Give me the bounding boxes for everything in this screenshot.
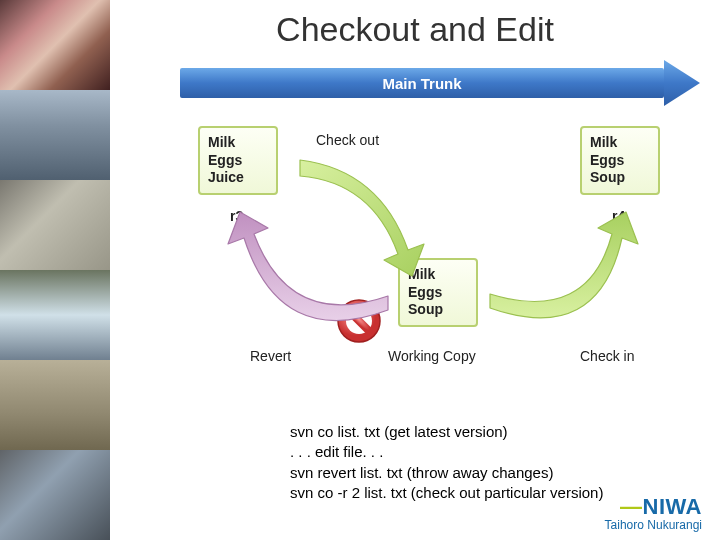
trunk-label: Main Trunk — [180, 68, 664, 98]
r3-item: Eggs — [208, 152, 268, 170]
command-line: svn co -r 2 list. txt (check out particu… — [290, 483, 603, 503]
command-line: . . . edit file. . . — [290, 442, 603, 462]
slide-content: Checkout and Edit Main Trunk Milk Eggs J… — [110, 0, 720, 540]
svn-diagram: Main Trunk Milk Eggs Juice r3 Milk Eggs … — [150, 60, 700, 420]
r3-item: Milk — [208, 134, 268, 152]
working-copy-label: Working Copy — [388, 348, 476, 364]
slide-title: Checkout and Edit — [110, 10, 720, 49]
wc-item: Eggs — [408, 284, 468, 302]
logo-name: —NIWA — [605, 494, 702, 520]
logo-subtitle: Taihoro Nukurangi — [605, 518, 702, 532]
svg-marker-0 — [664, 60, 700, 106]
revert-label: Revert — [250, 348, 291, 364]
niwa-logo: —NIWA Taihoro Nukurangi — [605, 494, 702, 532]
no-entry-icon — [336, 298, 382, 344]
checkout-label: Check out — [316, 132, 379, 148]
command-list: svn co list. txt (get latest version) . … — [290, 422, 603, 503]
sidebar-images — [0, 0, 110, 540]
sidebar-photo-seal — [0, 450, 110, 540]
checkin-label: Check in — [580, 348, 634, 364]
sidebar-photo-anemone — [0, 0, 110, 90]
r3-label: r3 — [230, 208, 243, 224]
arrows-svg — [150, 60, 710, 420]
sidebar-photo-lake — [0, 90, 110, 180]
r4-item: Soup — [590, 169, 650, 187]
r3-item: Juice — [208, 169, 268, 187]
sidebar-photo-cliff — [0, 360, 110, 450]
wc-item: Milk — [408, 266, 468, 284]
command-line: svn revert list. txt (throw away changes… — [290, 463, 603, 483]
sidebar-photo-river — [0, 270, 110, 360]
command-line: svn co list. txt (get latest version) — [290, 422, 603, 442]
r4-label: r4 — [612, 208, 625, 224]
r4-item: Eggs — [590, 152, 650, 170]
working-copy-box: Milk Eggs Soup — [398, 258, 478, 327]
main-trunk-arrow: Main Trunk — [180, 60, 700, 106]
revision-box-r3: Milk Eggs Juice — [198, 126, 278, 195]
trunk-arrowhead-icon — [664, 60, 700, 106]
sidebar-photo-fish — [0, 180, 110, 270]
revision-box-r4: Milk Eggs Soup — [580, 126, 660, 195]
r4-item: Milk — [590, 134, 650, 152]
wc-item: Soup — [408, 301, 468, 319]
